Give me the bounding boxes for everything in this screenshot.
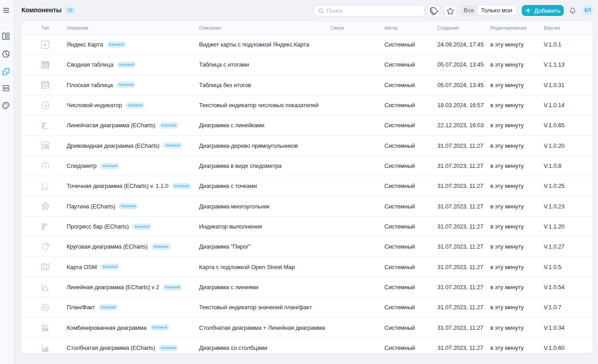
svg-text:SVG: SVG (3, 87, 10, 90)
svg-text:16: 16 (43, 103, 47, 107)
svg-text:75%: 75% (42, 306, 48, 309)
